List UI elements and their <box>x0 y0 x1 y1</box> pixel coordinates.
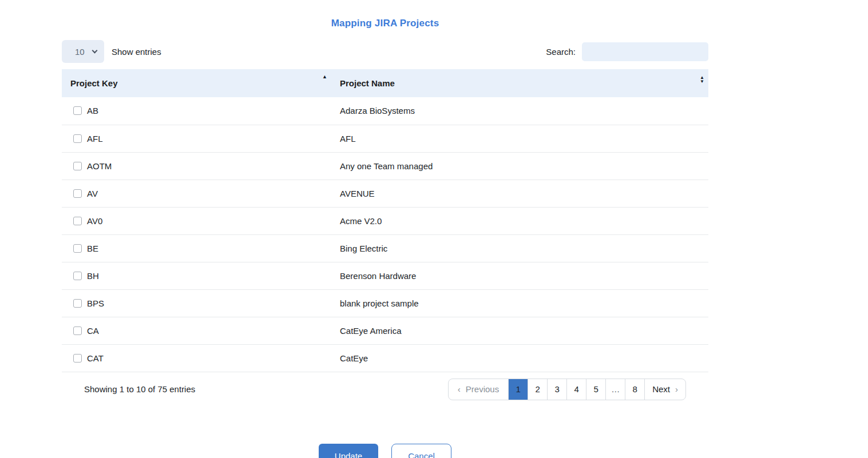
table-row: BE Bing Electric <box>62 234 708 262</box>
row-checkbox[interactable] <box>73 244 82 253</box>
table-row: AV AVENUE <box>62 180 708 207</box>
project-key-cell: AOTM <box>62 152 340 180</box>
search-control: Search: <box>546 42 708 61</box>
table-footer: Showing 1 to 10 of 75 entries ‹ Previous… <box>62 379 708 400</box>
project-key-cell: BE <box>62 234 340 262</box>
table-row: CAT CatEye <box>62 344 708 372</box>
pagination-ellipsis: … <box>605 379 625 400</box>
row-checkbox[interactable] <box>73 326 82 335</box>
table-row: BPS blank project sample <box>62 289 708 317</box>
pagination-page-1[interactable]: 1 <box>508 379 528 400</box>
row-checkbox[interactable] <box>73 354 82 363</box>
sort-ascending-icon: ▲ <box>322 74 327 79</box>
row-checkbox[interactable] <box>73 162 82 170</box>
pagination-page-2[interactable]: 2 <box>528 379 547 400</box>
table-row: CA CatEye America <box>62 317 708 344</box>
project-key-label: AOTM <box>87 161 112 171</box>
project-key-label: AV0 <box>87 216 102 226</box>
column-header-project-name[interactable]: Project Name ▲ ▼ <box>340 69 708 97</box>
pagination-page-5[interactable]: 5 <box>586 379 605 400</box>
project-name-cell: Berenson Hardware <box>340 262 708 289</box>
entries-label: Show entries <box>112 47 161 57</box>
form-actions: Update Cancel <box>62 444 708 458</box>
sort-down-arrow: ▼ <box>700 79 704 83</box>
project-key-label: CA <box>87 326 99 336</box>
project-key-cell: BH <box>62 262 340 289</box>
pagination-page-8[interactable]: 8 <box>625 379 644 400</box>
row-checkbox[interactable] <box>73 189 82 198</box>
column-header-label: Project Key <box>70 78 118 88</box>
project-key-label: AB <box>87 106 98 116</box>
project-name-cell: Acme V2.0 <box>340 207 708 234</box>
search-label: Search: <box>546 47 576 57</box>
showing-entries-info: Showing 1 to 10 of 75 entries <box>84 384 195 394</box>
chevron-left-icon: ‹ <box>458 384 461 394</box>
project-key-cell: CA <box>62 317 340 344</box>
project-name-cell: AVENUE <box>340 180 708 207</box>
table-row: AFL AFL <box>62 125 708 152</box>
column-header-project-key[interactable]: Project Key ▲ <box>62 69 340 97</box>
project-key-cell: BPS <box>62 289 340 317</box>
project-key-label: AV <box>87 189 98 198</box>
project-name-cell: CatEye <box>340 344 708 372</box>
project-key-label: BPS <box>87 298 104 308</box>
cancel-button[interactable]: Cancel <box>391 444 451 458</box>
pagination: ‹ Previous 12345…8 Next › <box>448 379 686 400</box>
project-key-cell: AFL <box>62 125 340 152</box>
project-key-label: BH <box>87 271 99 281</box>
project-key-label: BE <box>87 244 98 253</box>
pagination-previous-button[interactable]: ‹ Previous <box>449 379 508 400</box>
projects-table: Project Key ▲ Project Name ▲ ▼ AB <box>62 69 708 372</box>
table-row: AOTM Any one Team managed <box>62 152 708 180</box>
project-key-cell: AV <box>62 180 340 207</box>
page-title: Mapping JIRA Projects <box>62 0 708 29</box>
sort-both-icon: ▲ ▼ <box>700 75 704 83</box>
project-key-label: CAT <box>87 353 104 363</box>
next-label: Next <box>652 384 670 394</box>
project-name-cell: AFL <box>340 125 708 152</box>
row-checkbox[interactable] <box>73 299 82 308</box>
previous-label: Previous <box>466 384 499 394</box>
table-controls: 10 Show entries Search: <box>62 40 708 63</box>
project-key-cell: AV0 <box>62 207 340 234</box>
project-key-cell: AB <box>62 97 340 125</box>
project-name-cell: Bing Electric <box>340 234 708 262</box>
table-body: AB Adarza BioSystems AFL AFL AOTM Any on… <box>62 97 708 372</box>
entries-select-wrap: 10 <box>62 40 104 63</box>
row-checkbox[interactable] <box>73 217 82 225</box>
table-row: BH Berenson Hardware <box>62 262 708 289</box>
project-name-cell: Adarza BioSystems <box>340 97 708 125</box>
search-input[interactable] <box>582 42 708 61</box>
row-checkbox[interactable] <box>73 134 82 143</box>
row-checkbox[interactable] <box>73 106 82 115</box>
project-name-cell: Any one Team managed <box>340 152 708 180</box>
chevron-right-icon: › <box>675 384 678 394</box>
table-header-row: Project Key ▲ Project Name ▲ ▼ <box>62 69 708 97</box>
table-row: AV0 Acme V2.0 <box>62 207 708 234</box>
row-checkbox[interactable] <box>73 272 82 280</box>
entries-select[interactable]: 10 <box>62 40 104 63</box>
table-row: AB Adarza BioSystems <box>62 97 708 125</box>
project-name-cell: blank project sample <box>340 289 708 317</box>
entries-control: 10 Show entries <box>62 40 161 63</box>
pagination-page-4[interactable]: 4 <box>566 379 586 400</box>
project-key-cell: CAT <box>62 344 340 372</box>
column-header-label: Project Name <box>340 78 395 88</box>
project-key-label: AFL <box>87 134 103 144</box>
update-button[interactable]: Update <box>319 444 378 458</box>
pagination-page-3[interactable]: 3 <box>547 379 566 400</box>
project-name-cell: CatEye America <box>340 317 708 344</box>
pagination-next-button[interactable]: Next › <box>644 379 685 400</box>
main-content: Mapping JIRA Projects 10 Show entries Se… <box>62 0 708 458</box>
